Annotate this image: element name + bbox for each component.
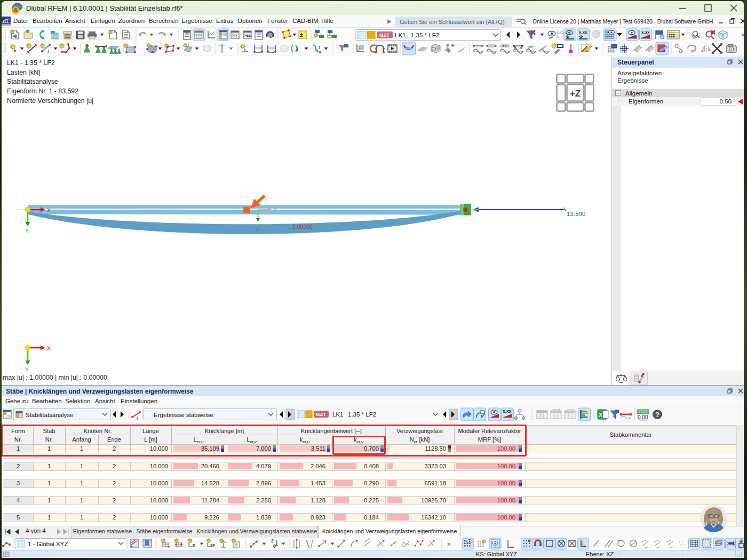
svg-text:x.xx: x.xx — [503, 409, 512, 414]
svg-text:LK1: LK1 — [332, 411, 343, 418]
svg-text:LK1 - 1.35 * LF2: LK1 - 1.35 * LF2 — [7, 59, 55, 67]
svg-text:Y: Y — [25, 366, 29, 373]
svg-text:Stabilitätsanalyse: Stabilitätsanalyse — [7, 78, 58, 85]
svg-text:2: 2 — [271, 538, 274, 543]
svg-text:x.xx: x.xx — [579, 30, 587, 35]
svg-text:1.00000: 1.00000 — [292, 223, 313, 230]
svg-text:Y: Y — [25, 228, 29, 234]
svg-text:GZT: GZT — [379, 32, 390, 38]
svg-text:Stabilitätsanalyse: Stabilitätsanalyse — [26, 412, 74, 418]
svg-text:Normierte Verschiebungen |u|: Normierte Verschiebungen |u| — [7, 97, 93, 105]
svg-text:X: X — [47, 345, 51, 351]
svg-text:x.xx: x.xx — [641, 30, 650, 35]
svg-text:I: I — [47, 49, 49, 54]
svg-text:x: x — [274, 206, 277, 213]
svg-text:y: y — [256, 225, 259, 231]
svg-text:1.35 * LF2: 1.35 * LF2 — [348, 411, 376, 418]
svg-text:X: X — [47, 207, 51, 213]
svg-text:xx: xx — [210, 542, 215, 547]
svg-text:GZT: GZT — [316, 411, 326, 417]
svg-text:I: I — [319, 45, 320, 50]
svg-text:LK1: LK1 — [395, 32, 406, 38]
svg-text:I: I — [297, 46, 298, 52]
svg-text:»: » — [447, 540, 451, 548]
svg-text:>sc: >sc — [244, 33, 251, 38]
svg-text:1.35 * LF2: 1.35 * LF2 — [411, 32, 439, 38]
svg-text:Eigenform Nr. 1 - 83.592: Eigenform Nr. 1 - 83.592 — [7, 87, 78, 95]
svg-text:6: 6 — [14, 7, 17, 13]
svg-text:±: ± — [300, 31, 303, 38]
svg-text:+Z: +Z — [570, 89, 581, 99]
svg-text:13.500: 13.500 — [567, 211, 585, 217]
svg-text:max |u| : 1.00000 | min |u| :: max |u| : 1.00000 | min |u| : 0.00000 — [3, 374, 107, 381]
svg-text:Ergebnisse stabweise: Ergebnisse stabweise — [154, 412, 213, 418]
svg-text:x: x — [193, 542, 195, 547]
svg-text:>>_: >>_ — [232, 33, 240, 38]
svg-text:?: ? — [655, 411, 659, 419]
svg-text:1 - Global XYZ: 1 - Global XYZ — [28, 541, 68, 547]
svg-text:I: I — [137, 416, 138, 421]
svg-text:Lasten [kN]: Lasten [kN] — [7, 69, 40, 76]
svg-text:X: X — [599, 412, 602, 418]
svg-text:0.00: 0.00 — [638, 414, 648, 420]
